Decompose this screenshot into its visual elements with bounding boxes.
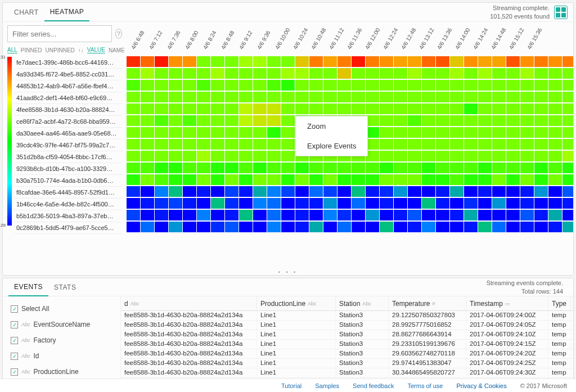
heatmap-cell[interactable] [548, 210, 562, 220]
heatmap-cell[interactable] [183, 151, 196, 161]
heatmap-cell[interactable] [464, 127, 478, 138]
heatmap-cell[interactable] [239, 210, 253, 220]
heatmap-cell[interactable] [141, 56, 154, 67]
heatmap-cell[interactable] [309, 198, 323, 209]
heatmap-cell[interactable] [309, 174, 323, 185]
heatmap-cell[interactable] [352, 103, 365, 114]
heatmap-cell[interactable] [352, 68, 365, 79]
heatmap-cell[interactable] [169, 186, 182, 197]
heatmap-cell[interactable] [211, 222, 224, 232]
heatmap-cell[interactable] [338, 92, 351, 102]
heatmap-cell[interactable] [127, 115, 140, 126]
heatmap-cell[interactable] [141, 174, 154, 185]
heatmap-cell[interactable] [155, 127, 168, 138]
heatmap-cell[interactable] [464, 210, 478, 220]
heatmap-cell[interactable] [394, 56, 407, 67]
heatmap-cell[interactable] [225, 163, 238, 173]
heatmap-cell[interactable] [267, 186, 281, 197]
heatmap-cell[interactable] [450, 198, 464, 209]
heatmap-cell[interactable] [562, 56, 573, 67]
heatmap-cell[interactable] [225, 222, 238, 232]
heatmap-cell[interactable] [478, 115, 492, 126]
heatmap-cell[interactable] [169, 103, 182, 114]
heatmap-cell[interactable] [183, 198, 196, 209]
heatmap-cell[interactable] [323, 68, 337, 79]
heatmap-cell[interactable] [492, 222, 506, 232]
heatmap-cell[interactable] [366, 198, 379, 209]
heatmap-cell[interactable] [211, 174, 224, 185]
heatmap-cell[interactable] [323, 80, 337, 91]
heatmap-cell[interactable] [534, 115, 548, 126]
heatmap-cell[interactable] [141, 115, 154, 126]
heatmap-cell[interactable] [309, 68, 323, 79]
heatmap-cell[interactable] [211, 151, 224, 161]
heatmap-cell[interactable] [141, 163, 154, 173]
heatmap-cell[interactable] [436, 210, 449, 220]
heatmap-cell[interactable] [197, 222, 210, 232]
heatmap-cell[interactable] [422, 222, 435, 232]
heatmap-cell[interactable] [492, 210, 506, 220]
heatmap-cell[interactable] [197, 151, 210, 161]
heatmap-cell[interactable] [239, 151, 253, 161]
heatmap-cell[interactable] [422, 198, 435, 209]
heatmap-cell[interactable] [506, 92, 520, 102]
heatmap-cell[interactable] [338, 174, 351, 185]
heatmap-cell[interactable] [408, 163, 421, 173]
heatmap-cell[interactable] [534, 163, 548, 173]
heatmap-cell[interactable] [492, 139, 506, 150]
heatmap-cell[interactable] [394, 198, 407, 209]
heatmap-cell[interactable] [141, 139, 154, 150]
heatmap-cell[interactable] [506, 68, 520, 79]
heatmap-cell[interactable] [155, 103, 168, 114]
heatmap-cell[interactable] [408, 198, 421, 209]
heatmap-cell[interactable] [225, 186, 238, 197]
heatmap-cell[interactable] [338, 198, 351, 209]
heatmap-cell[interactable] [408, 139, 421, 150]
heatmap-cell[interactable] [352, 210, 365, 220]
heatmap-cell[interactable] [127, 174, 140, 185]
heatmap-cell[interactable] [197, 80, 210, 91]
series-item[interactable]: 4a93d345-f672-4be5-8852-cc031… [14, 69, 122, 80]
heatmap-cell[interactable] [281, 163, 295, 173]
heatmap-cell[interactable] [281, 151, 295, 161]
heatmap-cell[interactable] [239, 115, 253, 126]
heatmap-cell[interactable] [478, 198, 492, 209]
heatmap-cell[interactable] [562, 92, 573, 102]
heatmap-cell[interactable] [520, 174, 534, 185]
heatmap-cell[interactable] [534, 174, 548, 185]
heatmap-cell[interactable] [422, 139, 435, 150]
heatmap-cell[interactable] [520, 115, 534, 126]
heatmap-cell[interactable] [422, 186, 435, 197]
heatmap-cell[interactable] [534, 68, 548, 79]
heatmap-cell[interactable] [267, 92, 281, 102]
heatmap-cell[interactable] [562, 198, 573, 209]
heatmap-cell[interactable] [534, 151, 548, 161]
heatmap-cell[interactable] [211, 186, 224, 197]
sort-name[interactable]: NAME [109, 47, 125, 53]
heatmap-cell[interactable] [450, 103, 464, 114]
table-row[interactable]: fee8588-3b1d-4630-b20a-88824a2d134aLine1… [121, 340, 573, 349]
heatmap-cell[interactable] [225, 127, 238, 138]
heatmap-cell[interactable] [225, 103, 238, 114]
footer-tutorial[interactable]: Tutorial [281, 382, 302, 389]
heatmap-cell[interactable] [548, 80, 562, 91]
ctx-zoom[interactable]: Zoom [296, 116, 367, 136]
heatmap-cell[interactable] [548, 115, 562, 126]
series-item[interactable]: 1b46cc4e-6a5e-4d3e-b82c-4f500… [14, 199, 122, 210]
heatmap-cell[interactable] [155, 115, 168, 126]
heatmap-cell[interactable] [436, 163, 449, 173]
heatmap-cell[interactable] [338, 186, 351, 197]
heatmap-cell[interactable] [408, 222, 421, 232]
heatmap-cell[interactable] [309, 210, 323, 220]
series-item[interactable]: 41aad8c2-def1-44e8-bf60-e9c69… [14, 92, 122, 104]
heatmap-cell[interactable] [338, 163, 351, 173]
heatmap-cell[interactable] [436, 80, 449, 91]
heatmap-cell[interactable] [492, 151, 506, 161]
heatmap-cell[interactable] [436, 186, 449, 197]
heatmap-cell[interactable] [323, 222, 337, 232]
heatmap-cell[interactable] [267, 80, 281, 91]
heatmap-cell[interactable] [366, 210, 379, 220]
heatmap-cell[interactable] [127, 56, 140, 67]
heatmap-cell[interactable] [295, 163, 309, 173]
heatmap-cell[interactable] [436, 198, 449, 209]
